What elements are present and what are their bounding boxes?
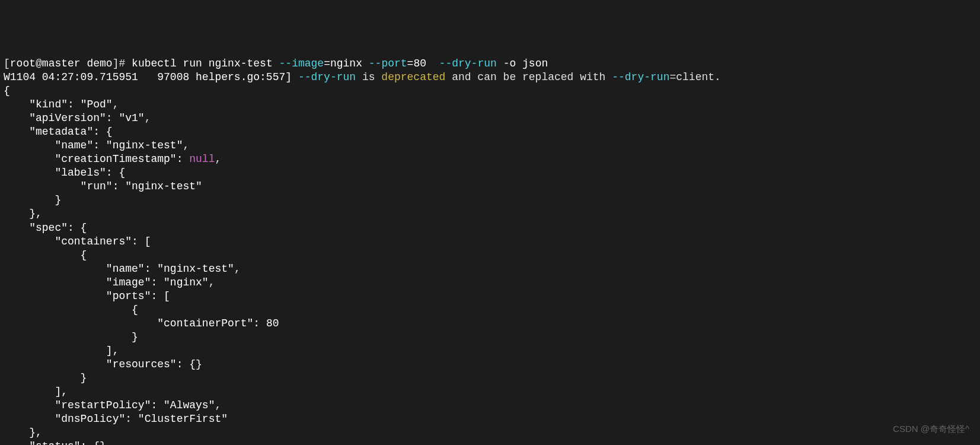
terminal-output[interactable]: [root@master demo]# kubectl run nginx-te…: [4, 57, 976, 445]
prompt-line-1: [root@master demo]#: [4, 58, 132, 69]
json-output: { "kind": "Pod", "apiVersion": "v1", "me…: [4, 85, 279, 445]
command-1: kubectl run nginx-test --image=nginx --p…: [132, 58, 548, 69]
warning-line: W1104 04:27:09.715951 97008 helpers.go:5…: [4, 71, 721, 83]
watermark-text: CSDN @奇奇怪怪^: [893, 423, 969, 434]
